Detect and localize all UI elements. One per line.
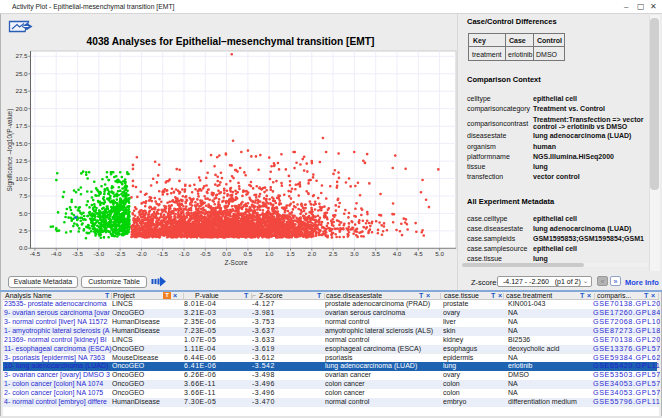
svg-text:0.0: 0.0	[19, 244, 28, 251]
svg-text:-0.5: -0.5	[200, 250, 211, 257]
svg-text:5.0: 5.0	[435, 250, 444, 257]
svg-text:20.0: 20.0	[15, 105, 28, 112]
svg-text:-2.5: -2.5	[115, 250, 126, 257]
svg-text:15.0: 15.0	[15, 140, 28, 147]
svg-text:2.5: 2.5	[19, 227, 28, 234]
svg-text:0.5: 0.5	[244, 250, 253, 257]
svg-text:Z-Score: Z-Score	[224, 259, 248, 266]
svg-text:-1.5: -1.5	[157, 250, 168, 257]
svg-text:5.0: 5.0	[19, 210, 28, 217]
svg-text:3.5: 3.5	[371, 250, 380, 257]
svg-text:-1.0: -1.0	[179, 250, 190, 257]
svg-text:2.5: 2.5	[329, 250, 338, 257]
svg-text:-4.0: -4.0	[51, 250, 62, 257]
svg-text:4038 Analyses for Epithelial–m: 4038 Analyses for Epithelial–mesenchymal…	[87, 36, 375, 47]
svg-text:-3.5: -3.5	[72, 250, 83, 257]
svg-text:Significance –log10(P-value): Significance –log10(P-value)	[6, 109, 14, 192]
svg-text:17.5: 17.5	[15, 122, 28, 129]
svg-text:1.0: 1.0	[265, 250, 274, 257]
svg-text:12.5: 12.5	[15, 157, 28, 164]
svg-text:2.0: 2.0	[307, 250, 316, 257]
svg-text:10.0: 10.0	[15, 175, 28, 182]
svg-text:25.0: 25.0	[15, 70, 28, 77]
svg-text:22.5: 22.5	[15, 87, 28, 94]
svg-text:-2.0: -2.0	[136, 250, 147, 257]
svg-text:1.5: 1.5	[286, 250, 295, 257]
svg-text:4.0: 4.0	[393, 250, 402, 257]
svg-text:3.0: 3.0	[350, 250, 359, 257]
svg-text:27.5: 27.5	[15, 52, 28, 59]
svg-text:0.0: 0.0	[222, 250, 231, 257]
svg-text:4.5: 4.5	[414, 250, 423, 257]
svg-text:7.5: 7.5	[19, 192, 28, 199]
svg-text:-4.5: -4.5	[30, 250, 41, 257]
svg-text:-3.0: -3.0	[93, 250, 104, 257]
